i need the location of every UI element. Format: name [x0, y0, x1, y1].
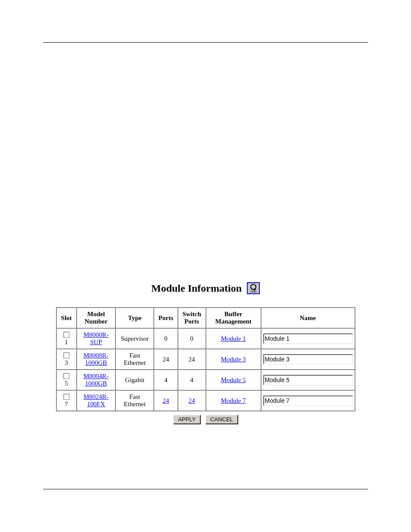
- header-switch-ports: Switch Ports: [178, 308, 206, 328]
- page-title: Module Information: [151, 283, 242, 294]
- cell-model-number: M8004R-1000GB: [77, 370, 115, 390]
- cell-switch-ports: 0: [178, 329, 206, 348]
- cell-ports: 0: [154, 329, 177, 348]
- help-label: Help: [250, 290, 256, 293]
- cell-name: [262, 370, 355, 390]
- cell-name: [262, 391, 355, 411]
- buffer-link[interactable]: Module 7: [221, 397, 246, 404]
- buffer-link[interactable]: Module 5: [221, 376, 246, 383]
- table-header-row: Slot Model Number Type Ports Switch Port…: [57, 308, 355, 328]
- cell-name: [262, 349, 355, 369]
- cell-type: Fast Ethernet: [116, 391, 153, 411]
- model-number-link[interactable]: M8000R-SUP: [84, 331, 109, 345]
- cell-ports: 24: [154, 391, 177, 411]
- cell-slot: 7: [57, 391, 76, 411]
- header-buffer: Buffer Management: [206, 308, 261, 328]
- cancel-button[interactable]: CANCEL: [206, 415, 238, 424]
- name-input[interactable]: [263, 395, 353, 406]
- slot-number: 5: [65, 380, 68, 387]
- header-ports: Ports: [154, 308, 177, 328]
- model-number-link[interactable]: M8024R-100FX: [84, 393, 109, 408]
- table-row: 1M8000R-SUPSupervisor00Module 1: [57, 329, 355, 348]
- cell-ports: 24: [154, 349, 177, 369]
- cell-slot: 1: [57, 329, 76, 348]
- header-rule: [43, 42, 368, 43]
- table-row: 7M8024R-100FXFast Ethernet2424Module 7: [57, 391, 355, 411]
- cell-switch-ports: 24: [178, 391, 206, 411]
- cell-slot: 3: [57, 349, 76, 369]
- help-icon: [250, 284, 256, 290]
- slot-number: 1: [65, 339, 68, 346]
- slot-checkbox[interactable]: [63, 373, 69, 379]
- header-model-number: Model Number: [77, 308, 115, 328]
- slot-number: 7: [65, 401, 68, 408]
- name-input[interactable]: [263, 333, 353, 344]
- header-name: Name: [262, 308, 355, 328]
- title-row: Module Information Help: [151, 282, 260, 294]
- table-row: 5M8004R-1000GBGigabit44Module 5: [57, 370, 355, 390]
- cell-switch-ports: 24: [178, 349, 206, 369]
- footer-rule: [43, 489, 368, 489]
- name-input[interactable]: [263, 375, 353, 385]
- model-number-link[interactable]: M8004R-1000GB: [84, 373, 109, 387]
- module-table-wrap: Slot Model Number Type Ports Switch Port…: [56, 307, 355, 424]
- module-table: Slot Model Number Type Ports Switch Port…: [56, 307, 355, 411]
- cell-type: Supervisor: [116, 329, 153, 348]
- ports-link[interactable]: 24: [162, 397, 169, 404]
- switch-ports-link[interactable]: 24: [189, 397, 195, 404]
- content-area: Module Information Help Slot Model Numbe…: [0, 282, 411, 424]
- cell-model-number: M8024R-100FX: [77, 391, 115, 411]
- cell-slot: 5: [57, 370, 76, 390]
- cell-type: Gigabit: [116, 370, 153, 390]
- buffer-link[interactable]: Module 3: [221, 356, 246, 363]
- page: Module Information Help Slot Model Numbe…: [0, 0, 411, 532]
- header-type: Type: [116, 308, 153, 328]
- name-input[interactable]: [263, 354, 353, 364]
- cell-buffer: Module 1: [206, 329, 261, 348]
- help-button[interactable]: Help: [247, 282, 260, 294]
- cell-buffer: Module 5: [206, 370, 261, 390]
- cell-switch-ports: 4: [178, 370, 206, 390]
- cell-model-number: M8000R-SUP: [77, 329, 115, 348]
- cell-buffer: Module 7: [206, 391, 261, 411]
- slot-checkbox[interactable]: [63, 332, 69, 338]
- table-row: 3M8008R-1000GBFast Ethernet2424Module 3: [57, 349, 355, 369]
- buffer-link[interactable]: Module 1: [221, 335, 246, 342]
- model-number-link[interactable]: M8008R-1000GB: [84, 352, 109, 366]
- table-body: 1M8000R-SUPSupervisor00Module 13M8008R-1…: [57, 329, 355, 411]
- cell-buffer: Module 3: [206, 349, 261, 369]
- apply-button[interactable]: APPLY: [173, 415, 200, 424]
- cell-model-number: M8008R-1000GB: [77, 349, 115, 369]
- cell-name: [262, 329, 355, 348]
- slot-checkbox[interactable]: [63, 394, 69, 400]
- header-slot: Slot: [57, 308, 76, 328]
- slot-checkbox[interactable]: [63, 352, 69, 358]
- slot-number: 3: [65, 359, 68, 367]
- button-row: APPLY CANCEL: [56, 415, 355, 424]
- cell-ports: 4: [154, 370, 177, 390]
- cell-type: Fast Ethernet: [116, 349, 153, 369]
